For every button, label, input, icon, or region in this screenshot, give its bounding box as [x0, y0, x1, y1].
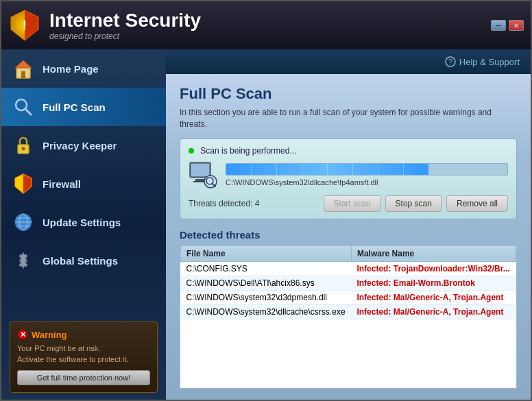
scan-box: Scan is being performed...	[180, 138, 517, 219]
table-row: C:\WINDOWS\Dell\ATI\ahcix86.sysInfected:…	[181, 276, 516, 290]
sidebar-label-firewall: Firewall	[43, 178, 81, 190]
scan-current-file: C:\WINDOWS\system32\dllcache\fp4amsft.dl…	[226, 178, 508, 186]
threat-malware: Infected: Email-Worm.Brontok	[351, 276, 516, 290]
close-button[interactable]: ✕	[509, 20, 524, 31]
threats-table: File Name Malware Name C:\CONFIG.SYSInfe…	[180, 245, 517, 389]
sidebar-item-privacy[interactable]: Privacy Keeper	[1, 126, 166, 165]
window-controls: ─ ✕	[491, 20, 524, 31]
content-area: ? Help & Support Full PC Scan In this se…	[166, 49, 531, 400]
threats-count-label: Threats detected: 4	[189, 199, 259, 208]
svg-text:✕: ✕	[20, 330, 26, 339]
sidebar-item-firewall[interactable]: Firewall	[1, 165, 166, 203]
computer-scan-icon	[189, 160, 219, 190]
scan-middle: C:\WINDOWS\system32\dllcache\fp4amsft.dl…	[189, 160, 508, 190]
table-row: C:\WINDOWS\system32\dllcache\csrss.exeIn…	[181, 304, 516, 319]
sidebar-label-update: Update Settings	[43, 217, 121, 228]
house-icon	[12, 58, 34, 80]
sidebar-item-global[interactable]: Global Settings	[1, 241, 166, 280]
scan-buttons: Start scan Stop scan Remove all	[324, 195, 508, 212]
svg-rect-5	[21, 71, 25, 78]
page-description: In this section you are able to run a fu…	[180, 107, 517, 130]
page-title: Full PC Scan	[180, 85, 517, 103]
table-row: C:\CONFIG.SYSInfected: TrojanDownloader:…	[181, 261, 516, 276]
sidebar-item-home[interactable]: Home Page	[1, 49, 166, 88]
app-title: Internet Security	[49, 10, 491, 32]
threat-malware: Infected: TrojanDownloader:Win32/Br...	[351, 261, 516, 276]
col-file-header: File Name	[181, 245, 352, 261]
svg-rect-24	[195, 179, 205, 181]
warning-box: ✕ Warning Your PC might be at risk.Activ…	[10, 321, 158, 393]
magnify-icon	[12, 96, 34, 118]
sidebar: Home Page Full PC Scan Privacy Keeper	[1, 49, 166, 400]
scan-footer: Threats detected: 4 Start scan Stop scan…	[189, 195, 508, 212]
app-window: ! Internet Security designed to protect …	[0, 0, 532, 401]
app-subtitle: designed to protect	[49, 32, 491, 41]
threat-file: C:\CONFIG.SYS	[181, 261, 352, 276]
minimize-button[interactable]: ─	[491, 20, 506, 31]
sidebar-item-fullscan[interactable]: Full PC Scan	[1, 88, 166, 126]
warning-text: Your PC might be at risk.Activate the so…	[17, 343, 150, 365]
sidebar-label-home: Home Page	[43, 63, 99, 75]
help-link[interactable]: ? Help & Support	[445, 56, 520, 67]
app-logo: !	[8, 9, 41, 42]
sidebar-label-global: Global Settings	[43, 255, 118, 267]
warning-title: ✕ Warning	[17, 329, 150, 340]
stop-scan-button[interactable]: Stop scan	[385, 195, 442, 212]
svg-text:!: !	[23, 19, 27, 32]
lock-icon	[12, 134, 34, 156]
shield-icon	[12, 173, 34, 195]
scan-progress-area: C:\WINDOWS\system32\dllcache\fp4amsft.dl…	[226, 163, 508, 186]
gear-icon	[12, 250, 34, 271]
scan-status-dot	[189, 148, 194, 154]
svg-marker-4	[15, 60, 32, 68]
svg-text:?: ?	[448, 58, 452, 66]
sidebar-label-fullscan: Full PC Scan	[43, 101, 106, 113]
detected-threats-title: Detected threats	[180, 229, 517, 241]
threat-file: C:\WINDOWS\system32\d3dpmesh.dll	[181, 290, 352, 304]
threat-file: C:\WINDOWS\system32\dllcache\csrss.exe	[181, 304, 352, 319]
threat-malware: Infected: Mal/Generic-A, Trojan.Agent	[351, 304, 516, 319]
svg-line-7	[25, 109, 31, 114]
scan-status-text: Scan is being performed...	[189, 146, 508, 156]
sidebar-item-update[interactable]: Update Settings	[1, 203, 166, 241]
content-inner: Full PC Scan In this section you are abl…	[166, 74, 531, 400]
help-label: Help & Support	[459, 57, 520, 67]
svg-rect-23	[191, 164, 209, 176]
warning-icon: ✕	[17, 329, 28, 340]
threat-malware: Infected: Mal/Generic-A, Trojan.Agent	[351, 290, 516, 304]
col-malware-header: Malware Name	[351, 245, 516, 261]
detected-threats-section: Detected threats File Name Malware Name …	[180, 229, 517, 389]
main-area: Home Page Full PC Scan Privacy Keeper	[1, 49, 531, 400]
progress-bar-fill	[226, 164, 428, 175]
help-icon: ?	[445, 56, 456, 67]
svg-point-9	[22, 147, 25, 151]
threat-file: C:\WINDOWS\Dell\ATI\ahcix86.sys	[181, 276, 352, 290]
progress-bar	[226, 163, 508, 175]
protection-button[interactable]: Get full time protection now!	[17, 370, 150, 385]
topbar: ? Help & Support	[166, 49, 531, 74]
sidebar-label-privacy: Privacy Keeper	[43, 140, 117, 151]
globe-icon	[12, 211, 34, 233]
titlebar: ! Internet Security designed to protect …	[1, 1, 531, 49]
start-scan-button[interactable]: Start scan	[324, 195, 381, 212]
table-row: C:\WINDOWS\system32\d3dpmesh.dllInfected…	[181, 290, 516, 304]
titlebar-text: Internet Security designed to protect	[49, 10, 491, 41]
remove-all-button[interactable]: Remove all	[446, 195, 508, 212]
